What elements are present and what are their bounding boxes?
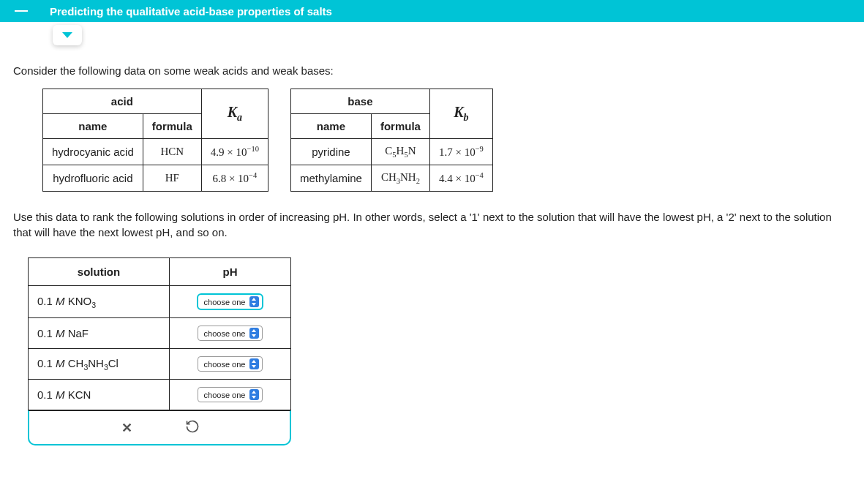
acid-table: acid Ka name formula hydrocyanic acid HC… (42, 89, 268, 192)
acid-ka: 4.9 × 10−10 (201, 139, 268, 165)
answer-table: solution pH 0.1 M KNO3 choose one 0.1 M … (28, 257, 291, 410)
table-row: 0.1 M KCN choose one (29, 380, 291, 410)
controls-bar: ✕ (28, 410, 291, 445)
updown-icon (249, 389, 259, 400)
acid-formula: HCN (143, 139, 201, 165)
choose-label: choose one (204, 360, 246, 369)
acid-name: hydrocyanic acid (43, 139, 143, 165)
intro-text: Consider the following data on some weak… (13, 64, 851, 77)
base-name: methylamine (290, 165, 371, 192)
undo-button[interactable] (181, 417, 203, 439)
table-row: hydrofluoric acid HF 6.8 × 10−4 (43, 165, 268, 192)
base-name: pyridine (290, 139, 371, 165)
base-name-header: name (290, 114, 371, 139)
solution-cell: 0.1 M KNO3 (29, 286, 170, 318)
base-kb: 1.7 × 10−9 (429, 139, 492, 165)
solution-header: solution (29, 258, 170, 286)
hamburger-icon[interactable] (15, 10, 28, 12)
answer-section: solution pH 0.1 M KNO3 choose one 0.1 M … (28, 257, 302, 445)
ph-select-cell: choose one (170, 349, 291, 380)
base-kb: 4.4 × 10−4 (429, 165, 492, 192)
base-formula: CH3NH2 (371, 165, 429, 192)
choose-one-select[interactable]: choose one (198, 356, 263, 372)
ka-header: Ka (201, 89, 268, 139)
clear-button[interactable]: ✕ (116, 417, 138, 439)
choose-one-select[interactable]: choose one (197, 293, 264, 310)
table-row: hydrocyanic acid HCN 4.9 × 10−10 (43, 139, 268, 165)
table-row: 0.1 M KNO3 choose one (29, 286, 291, 318)
table-row: 0.1 M NaF choose one (29, 318, 291, 349)
acid-formula-header: formula (143, 114, 201, 139)
base-table: base Kb name formula pyridine C5H5N 1.7 … (290, 89, 493, 192)
base-group-header: base (290, 89, 429, 114)
ph-select-cell: choose one (170, 380, 291, 410)
choose-one-select[interactable]: choose one (198, 387, 263, 402)
kb-header: Kb (429, 89, 492, 139)
undo-icon (185, 419, 200, 436)
ph-select-cell: choose one (170, 286, 291, 318)
topbar-title: Predicting the qualitative acid-base pro… (50, 5, 332, 18)
acid-ka: 6.8 × 10−4 (201, 165, 268, 192)
solution-cell: 0.1 M CH3NH3Cl (29, 349, 170, 380)
choose-label: choose one (204, 329, 246, 338)
acid-name-header: name (43, 114, 143, 139)
base-formula-header: formula (371, 114, 429, 139)
choose-one-select[interactable]: choose one (198, 326, 263, 341)
instructions-text: Use this data to rank the following solu… (13, 209, 851, 240)
table-row: methylamine CH3NH2 4.4 × 10−4 (290, 165, 492, 192)
chevron-down-button[interactable] (53, 25, 82, 45)
topbar: Predicting the qualitative acid-base pro… (0, 0, 864, 22)
acid-name: hydrofluoric acid (43, 165, 143, 192)
updown-icon (249, 358, 259, 369)
acid-group-header: acid (43, 89, 202, 114)
chevron-down-icon (62, 32, 72, 38)
ph-header: pH (170, 258, 291, 286)
data-tables-row: acid Ka name formula hydrocyanic acid HC… (42, 89, 851, 192)
solution-cell: 0.1 M NaF (29, 318, 170, 349)
acid-formula: HF (143, 165, 201, 192)
choose-label: choose one (204, 298, 246, 306)
x-icon: ✕ (121, 420, 132, 436)
choose-label: choose one (204, 391, 246, 399)
table-row: pyridine C5H5N 1.7 × 10−9 (290, 139, 492, 165)
content-area: Consider the following data on some weak… (0, 22, 864, 460)
solution-cell: 0.1 M KCN (29, 380, 170, 410)
table-row: 0.1 M CH3NH3Cl choose one (29, 349, 291, 380)
ph-select-cell: choose one (170, 318, 291, 349)
base-formula: C5H5N (371, 139, 429, 165)
updown-icon (249, 328, 259, 339)
updown-icon (249, 296, 259, 307)
